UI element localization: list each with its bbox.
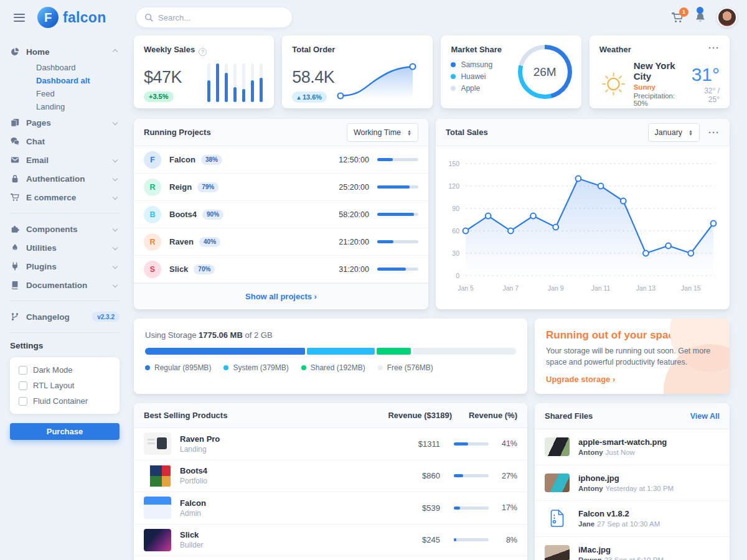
product-percent: 8% (489, 536, 517, 544)
search-bar[interactable] (136, 7, 293, 28)
sidebar-item-dashboard[interactable]: Dashboard (10, 61, 120, 74)
file-info: Falcon v1.8.2Jane27 Sep at 10:30 AM (578, 509, 660, 528)
file-name[interactable]: iMac.jpg (578, 545, 664, 554)
storage-label: Using Storage 1775.06 MB of 2 GB (145, 330, 516, 340)
product-row-raven-pro: Raven ProLanding$131141% (134, 428, 527, 460)
settings-card: Dark ModeRTL LayoutFluid Container (10, 357, 120, 414)
file-info: iphone.jpgAntonyYesterday at 1:30 PM (578, 474, 674, 492)
weather-title: Weather (599, 45, 631, 54)
search-input[interactable] (158, 13, 284, 22)
checkbox-fluid-container[interactable] (19, 397, 27, 406)
sidebar-item-label: Chat (26, 137, 120, 146)
sidebar-item-label: Changelog (26, 312, 86, 322)
weather-card: Weather ··· New York City Sunny Precipit… (590, 35, 730, 108)
top-navbar: F falcon 1 (0, 0, 747, 35)
sidebar-item-pages[interactable]: Pages (10, 113, 120, 132)
help-icon[interactable]: ? (199, 48, 207, 56)
svg-text:Jan 5: Jan 5 (458, 284, 474, 292)
svg-text:60: 60 (452, 227, 459, 235)
project-row-falcon: FFalcon38%12:50:00 (134, 146, 428, 174)
project-time: 31:20:00 (339, 265, 369, 274)
month-select[interactable]: January ▲▼ (648, 123, 700, 142)
project-rows: FFalcon38%12:50:00RReign79%25:20:00BBoot… (134, 146, 428, 283)
file-name[interactable]: Falcon v1.8.2 (578, 509, 660, 518)
product-percent: 27% (489, 472, 517, 480)
product-progress-fill (454, 506, 460, 510)
sidebar-item-home[interactable]: Home (10, 42, 120, 61)
product-name[interactable]: Falcon (180, 498, 372, 508)
storage-legend-item: System (379MB) (223, 363, 288, 372)
project-name: Slick (169, 264, 188, 274)
falcon-logo[interactable]: F falcon (37, 7, 106, 28)
user-avatar[interactable] (717, 7, 737, 27)
sidebar-item-email[interactable]: Email (10, 151, 120, 169)
sidebar-item-label: E commerce (26, 193, 107, 202)
sidebar-item-chat[interactable]: Chat (10, 132, 120, 151)
file-name[interactable]: apple-smart-watch.png (578, 437, 667, 447)
hamburger-menu-icon[interactable] (11, 11, 27, 24)
bar-track (233, 63, 237, 102)
view-all-link[interactable]: View All (690, 412, 720, 421)
project-progress-fill (377, 158, 393, 161)
project-avatar: F (144, 151, 161, 169)
divider (10, 301, 120, 301)
sidebar-item-documentation[interactable]: Documentation (10, 276, 120, 294)
checkbox-dark-mode[interactable] (19, 366, 27, 375)
total-order-title: Total Order (292, 45, 423, 54)
product-row-slick: SlickBuilder$2458% (134, 525, 527, 557)
logo-text: falcon (63, 9, 106, 26)
checkbox-rtl-layout[interactable] (19, 381, 27, 390)
sidebar-item-label: Components (26, 225, 107, 234)
chevron-up-icon (113, 49, 118, 54)
product-row-falcon: FalconAdmin$53917% (134, 492, 527, 525)
branch-icon (10, 312, 20, 321)
chevron-down-icon (113, 120, 118, 125)
best-selling-card: Best Selling Products Revenue ($3189) Re… (134, 403, 527, 560)
purchase-button[interactable]: Purchase (10, 423, 120, 440)
sidebar-item-e-commerce[interactable]: E commerce (10, 188, 120, 207)
market-share-center-value: 26M (533, 65, 557, 79)
sidebar-item-dashboard-alt[interactable]: Dashboard alt (10, 74, 120, 87)
file-thumbnail (545, 545, 570, 560)
setting-label: Fluid Container (33, 396, 88, 406)
upgrade-storage-link[interactable]: Upgrade storage › (546, 375, 615, 384)
cart-icon (10, 193, 20, 202)
storage-legend: Regular (895MB)System (379MB)Shared (192… (145, 363, 516, 372)
show-all-projects-link[interactable]: Show all projects › (245, 292, 317, 301)
project-avatar: B (144, 206, 161, 223)
chevron-down-icon (113, 282, 118, 287)
sidebar-item-feed[interactable]: Feed (10, 87, 120, 100)
sidebar-item-plugins[interactable]: Plugins (10, 257, 120, 276)
sidebar-item-authentication[interactable]: Authentication (10, 169, 120, 188)
file-name[interactable]: iphone.jpg (578, 474, 674, 483)
upgrade-space-card: Running out of your space? Your storage … (535, 319, 730, 394)
cart-button[interactable]: 1 (672, 12, 684, 24)
sidebar-item-changelog[interactable]: Changelogv2.3.2 (10, 307, 120, 326)
setting-rtl-layout[interactable]: RTL Layout (19, 381, 111, 390)
sidebar-item-components[interactable]: Components (10, 220, 120, 238)
setting-fluid-container[interactable]: Fluid Container (19, 396, 111, 406)
project-avatar: R (144, 233, 161, 251)
project-progress (377, 213, 418, 216)
setting-dark-mode[interactable]: Dark Mode (19, 365, 111, 375)
file-icon (545, 509, 570, 528)
file-meta: Jane27 Sep at 10:30 AM (578, 520, 660, 528)
stats-row: Weekly Sales? $47K +3.5% Total Order 58.… (134, 35, 730, 108)
project-percent-badge: 70% (194, 264, 215, 274)
product-name[interactable]: Raven Pro (180, 434, 372, 444)
product-name[interactable]: Slick (180, 530, 372, 539)
more-menu-icon[interactable]: ··· (708, 45, 720, 51)
project-progress-fill (377, 268, 406, 271)
chevron-down-icon (113, 176, 118, 181)
product-name[interactable]: Boots4 (180, 466, 372, 475)
sidebar-item-landing[interactable]: Landing (10, 100, 120, 113)
select-carets-icon: ▲▼ (407, 129, 411, 136)
sidebar-item-utilities[interactable]: Utilities (10, 238, 120, 257)
working-time-select[interactable]: Working Time ▲▼ (347, 123, 418, 142)
product-category: Portfolio (180, 477, 372, 485)
bar-track (216, 63, 219, 102)
more-menu-icon[interactable]: ··· (708, 129, 720, 136)
bar-fill (242, 89, 245, 101)
project-name: Raven (169, 237, 194, 246)
notifications-button[interactable] (695, 12, 706, 23)
